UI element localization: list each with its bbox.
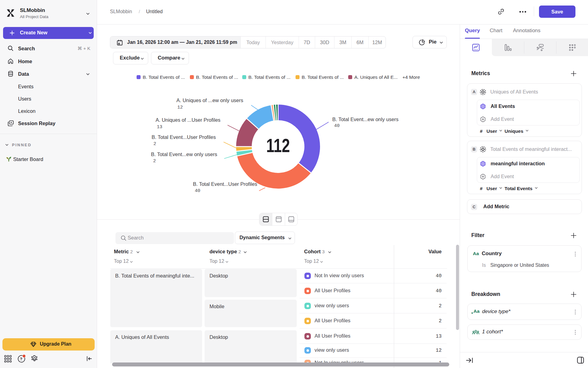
- svg-text:?: ?: [20, 357, 22, 361]
